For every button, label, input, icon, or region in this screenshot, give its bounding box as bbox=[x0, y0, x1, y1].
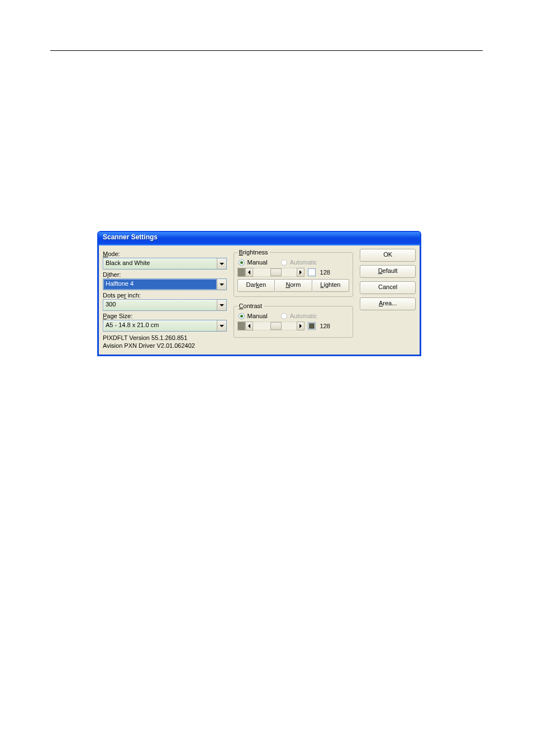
page-divider bbox=[50, 50, 483, 51]
